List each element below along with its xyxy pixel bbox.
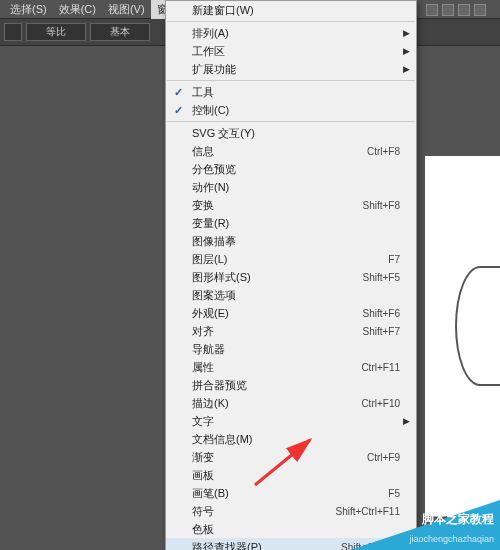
menu-item[interactable]: 动作(N) [166, 178, 416, 196]
watermark-text: 脚本之家教程 [422, 511, 494, 528]
menu-separator [167, 121, 415, 122]
width-profile-dropdown[interactable]: 等比 [26, 23, 86, 41]
menu-item[interactable]: 扩展功能▶ [166, 60, 416, 78]
menu-item-label: 画板 [192, 468, 400, 483]
window-menu-dropdown: 新建窗口(W)排列(A)▶工作区▶扩展功能▶✓工具✓控制(C)SVG 交互(Y)… [165, 0, 417, 550]
menu-item[interactable]: 变量(R) [166, 214, 416, 232]
brush-dropdown[interactable]: 基本 [90, 23, 150, 41]
menu-item[interactable]: 外观(E)Shift+F6 [166, 304, 416, 322]
check-icon: ✓ [174, 104, 183, 117]
menu-item[interactable]: 文字▶ [166, 412, 416, 430]
menu-item-label: 变换 [192, 198, 362, 213]
path-shape[interactable] [455, 266, 500, 386]
menu-item-label: 画笔(B) [192, 486, 388, 501]
menu-item-shortcut: Ctrl+F8 [367, 146, 400, 157]
menu-item[interactable]: 属性Ctrl+F11 [166, 358, 416, 376]
artboard [425, 156, 500, 516]
menu-item[interactable]: 变换Shift+F8 [166, 196, 416, 214]
menu-item-label: 符号 [192, 504, 336, 519]
menu-item-shortcut: F5 [388, 488, 400, 499]
menu-item[interactable]: ✓控制(C) [166, 101, 416, 119]
menu-item-label: 路径查找器(P) [192, 540, 341, 551]
menu-item[interactable]: 图像描摹 [166, 232, 416, 250]
menu-item-label: 属性 [192, 360, 361, 375]
check-icon: ✓ [174, 86, 183, 99]
menu-separator [167, 21, 415, 22]
menu-item[interactable]: 图形样式(S)Shift+F5 [166, 268, 416, 286]
menu-item-label: 信息 [192, 144, 367, 159]
menu-effect[interactable]: 效果(C) [53, 0, 102, 19]
menu-item[interactable]: 导航器 [166, 340, 416, 358]
menu-item[interactable]: ✓工具 [166, 83, 416, 101]
menu-item-label: 图案选项 [192, 288, 400, 303]
menu-item-label: 图像描摹 [192, 234, 400, 249]
menu-item-label: 排列(A) [192, 26, 400, 41]
menu-item-shortcut: Ctrl+F10 [361, 398, 400, 409]
menu-item-label: 导航器 [192, 342, 400, 357]
menu-item-label: 扩展功能 [192, 62, 400, 77]
submenu-arrow-icon: ▶ [403, 64, 410, 74]
menu-item-label: 对齐 [192, 324, 362, 339]
submenu-arrow-icon: ▶ [403, 416, 410, 426]
menu-separator [167, 80, 415, 81]
menu-item[interactable]: 图层(L)F7 [166, 250, 416, 268]
menu-item[interactable]: 信息Ctrl+F8 [166, 142, 416, 160]
menu-item[interactable]: 拼合器预览 [166, 376, 416, 394]
menu-item-label: 文字 [192, 414, 400, 429]
menu-item[interactable]: 对齐Shift+F7 [166, 322, 416, 340]
menu-item-label: 渐变 [192, 450, 367, 465]
menu-item[interactable]: 排列(A)▶ [166, 24, 416, 42]
menu-item-label: 控制(C) [192, 103, 400, 118]
panel-icon[interactable] [426, 4, 438, 16]
menu-item-label: 文档信息(M) [192, 432, 400, 447]
submenu-arrow-icon: ▶ [403, 46, 410, 56]
toolbar-swatch[interactable] [4, 23, 22, 41]
menu-item-label: 变量(R) [192, 216, 400, 231]
menu-view[interactable]: 视图(V) [102, 0, 151, 19]
menu-item-label: 图形样式(S) [192, 270, 362, 285]
menu-item-label: 动作(N) [192, 180, 400, 195]
panel-icon[interactable] [458, 4, 470, 16]
menu-item-shortcut: F7 [388, 254, 400, 265]
watermark-url: jiaochengchazhaqian [409, 534, 494, 544]
panel-icon[interactable] [442, 4, 454, 16]
menu-item-shortcut: Ctrl+F9 [367, 452, 400, 463]
menu-item-label: 分色预览 [192, 162, 400, 177]
menu-item-label: SVG 交互(Y) [192, 126, 400, 141]
menu-item[interactable]: SVG 交互(Y) [166, 124, 416, 142]
menu-item-label: 工作区 [192, 44, 400, 59]
panel-icon[interactable] [474, 4, 486, 16]
menu-item[interactable]: 图案选项 [166, 286, 416, 304]
menu-item[interactable]: 描边(K)Ctrl+F10 [166, 394, 416, 412]
menu-item-shortcut: Shift+F8 [362, 200, 400, 211]
menu-item-shortcut: Shift+F5 [362, 272, 400, 283]
menu-item[interactable]: 渐变Ctrl+F9 [166, 448, 416, 466]
menu-item[interactable]: 工作区▶ [166, 42, 416, 60]
menu-item[interactable]: 文档信息(M) [166, 430, 416, 448]
menu-item[interactable]: 新建窗口(W) [166, 1, 416, 19]
menu-item-shortcut: Shift+F7 [362, 326, 400, 337]
submenu-arrow-icon: ▶ [403, 28, 410, 38]
menu-item-label: 描边(K) [192, 396, 361, 411]
menu-item-shortcut: Shift+F6 [362, 308, 400, 319]
menu-item-label: 拼合器预览 [192, 378, 400, 393]
menu-item-label: 工具 [192, 85, 400, 100]
menu-select[interactable]: 选择(S) [4, 0, 53, 19]
menu-item-label: 图层(L) [192, 252, 388, 267]
menu-item-label: 新建窗口(W) [192, 3, 400, 18]
menu-item[interactable]: 分色预览 [166, 160, 416, 178]
menu-item-shortcut: Ctrl+F11 [361, 362, 400, 373]
menu-item[interactable]: 画板 [166, 466, 416, 484]
watermark: 脚本之家教程 jiaochengchazhaqian [350, 500, 500, 550]
menu-item-label: 外观(E) [192, 306, 362, 321]
